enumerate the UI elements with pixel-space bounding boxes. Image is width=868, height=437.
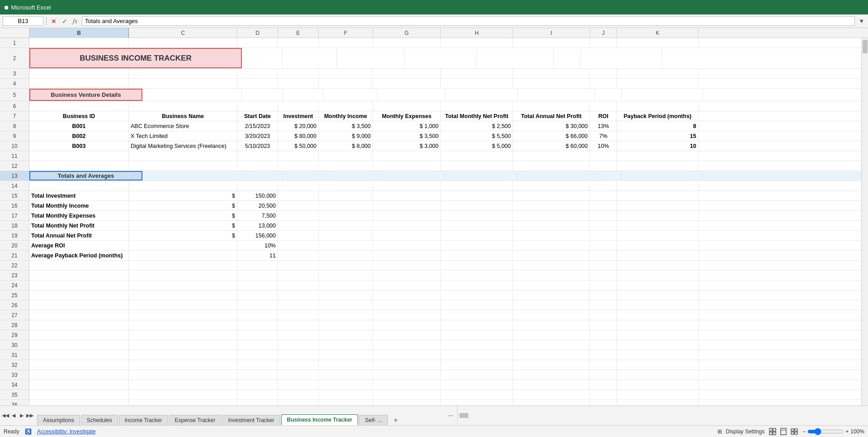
- cell-f35[interactable]: [319, 390, 373, 399]
- cell-i19[interactable]: [513, 231, 590, 240]
- cell-g9[interactable]: $ 3,500: [373, 131, 441, 141]
- cell-h13[interactable]: [445, 171, 518, 180]
- cell-b14[interactable]: [29, 181, 129, 190]
- cell-g26[interactable]: [373, 300, 441, 310]
- cell-g17[interactable]: [373, 211, 441, 220]
- row-header-2[interactable]: 2: [0, 48, 29, 69]
- cell-f11[interactable]: [319, 151, 373, 161]
- cell-b19[interactable]: Total Annual Net Profit: [29, 231, 129, 240]
- cell-c19-sign[interactable]: $: [129, 231, 237, 240]
- cell-e29[interactable]: [278, 330, 319, 340]
- cell-f23[interactable]: [319, 271, 373, 280]
- cell-h7-col-header[interactable]: Total Monthly Net Profit: [441, 111, 513, 121]
- cell-g29[interactable]: [373, 330, 441, 340]
- cell-g25[interactable]: [373, 290, 441, 300]
- row-header-16[interactable]: 16: [0, 201, 29, 211]
- cell-e34[interactable]: [278, 380, 319, 390]
- cell-h1[interactable]: [441, 38, 513, 48]
- cell-i17[interactable]: [513, 211, 590, 220]
- cell-b17[interactable]: Total Monthly Expenses: [29, 211, 129, 220]
- cell-g15[interactable]: [373, 191, 441, 200]
- cell-b1[interactable]: [29, 38, 129, 48]
- cell-f15[interactable]: [319, 191, 373, 200]
- cell-b26[interactable]: [29, 300, 129, 310]
- cell-k8[interactable]: 8: [617, 121, 698, 131]
- cell-f20[interactable]: [319, 241, 373, 250]
- cell-h15[interactable]: [441, 191, 513, 200]
- row-header-35[interactable]: 35: [0, 390, 29, 400]
- cell-b27[interactable]: [29, 310, 129, 320]
- cell-e2[interactable]: [242, 48, 283, 68]
- cell-i33[interactable]: [513, 370, 590, 380]
- cell-k9[interactable]: 15: [617, 131, 698, 141]
- cell-j16[interactable]: [590, 201, 617, 210]
- cell-f24[interactable]: [319, 280, 373, 290]
- formula-input[interactable]: [82, 16, 855, 26]
- row-header-7[interactable]: 7: [0, 111, 29, 121]
- cell-c12[interactable]: [129, 161, 237, 171]
- cell-h35[interactable]: [441, 390, 513, 399]
- cell-j13[interactable]: [594, 171, 622, 180]
- cell-g5[interactable]: [377, 89, 445, 101]
- cell-b10[interactable]: B003: [29, 141, 129, 151]
- cell-f14[interactable]: [319, 181, 373, 190]
- cell-f22[interactable]: [319, 261, 373, 270]
- row-header-32[interactable]: 32: [0, 360, 29, 370]
- row-header-33[interactable]: 33: [0, 370, 29, 380]
- cell-c32[interactable]: [129, 360, 237, 370]
- cell-j9[interactable]: 7%: [590, 131, 617, 141]
- cell-f29[interactable]: [319, 330, 373, 340]
- zoom-out-btn[interactable]: −: [802, 428, 806, 435]
- cell-k23[interactable]: [617, 271, 698, 280]
- cell-i27[interactable]: [513, 310, 590, 320]
- row-header-14[interactable]: 14: [0, 181, 29, 191]
- cell-c33[interactable]: [129, 370, 237, 380]
- cell-c1[interactable]: [129, 38, 237, 48]
- cell-g31[interactable]: [373, 350, 441, 360]
- cell-d22[interactable]: [237, 261, 278, 270]
- cell-d17-value[interactable]: 7,500: [237, 211, 278, 220]
- row-header-5[interactable]: 5: [0, 89, 29, 101]
- cell-f21[interactable]: [319, 251, 373, 260]
- cell-f10[interactable]: $ 8,000: [319, 141, 373, 151]
- cell-j34[interactable]: [590, 380, 617, 390]
- vertical-scrollbar[interactable]: [861, 38, 868, 405]
- cell-i28[interactable]: [513, 320, 590, 330]
- cell-f13[interactable]: [323, 171, 377, 180]
- row-header-1[interactable]: 1: [0, 38, 29, 48]
- cell-k21[interactable]: [617, 251, 698, 260]
- cell-e27[interactable]: [278, 310, 319, 320]
- tab-self[interactable]: Self- ...: [359, 415, 388, 425]
- cell-d13[interactable]: [242, 171, 283, 180]
- cell-h4[interactable]: [441, 79, 513, 88]
- cell-g3[interactable]: [373, 69, 441, 78]
- cell-f31[interactable]: [319, 350, 373, 360]
- cell-d15-value[interactable]: 150,000: [237, 191, 278, 200]
- cell-f3[interactable]: [319, 69, 373, 78]
- cell-g24[interactable]: [373, 280, 441, 290]
- cell-e35[interactable]: [278, 390, 319, 399]
- cell-f9[interactable]: $ 9,000: [319, 131, 373, 141]
- cell-e19[interactable]: [278, 231, 319, 240]
- cell-j35[interactable]: [590, 390, 617, 399]
- cell-i8[interactable]: $ 30,000: [513, 121, 590, 131]
- scrollbar-thumb[interactable]: [863, 40, 868, 53]
- cell-k4[interactable]: [617, 79, 698, 88]
- cell-k27[interactable]: [617, 310, 698, 320]
- cell-b20[interactable]: Average ROI: [29, 241, 129, 250]
- cell-g30[interactable]: [373, 340, 441, 350]
- cell-b30[interactable]: [29, 340, 129, 350]
- row-header-25[interactable]: 25: [0, 290, 29, 300]
- cell-e10[interactable]: $ 50,000: [278, 141, 319, 151]
- cell-k12[interactable]: [617, 161, 698, 171]
- cell-d5[interactable]: [242, 89, 283, 101]
- cell-g32[interactable]: [373, 360, 441, 370]
- cell-b36[interactable]: [29, 400, 129, 405]
- cell-d33[interactable]: [237, 370, 278, 380]
- page-layout-view-icon[interactable]: [779, 427, 788, 436]
- cell-c20[interactable]: [129, 241, 237, 250]
- cell-i25[interactable]: [513, 290, 590, 300]
- cell-j33[interactable]: [590, 370, 617, 380]
- cell-j19[interactable]: [590, 231, 617, 240]
- cell-h9[interactable]: $ 5,500: [441, 131, 513, 141]
